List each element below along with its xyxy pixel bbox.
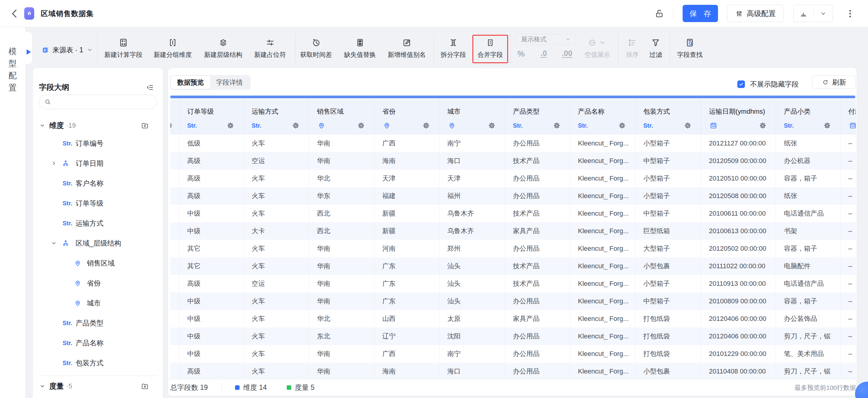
- table-row[interactable]: 中级大卡西北新疆乌鲁木齐家具产品Kleencut_ Forg...巨型纸箱201…: [170, 222, 856, 240]
- column-header[interactable]: 城市: [439, 99, 505, 134]
- toolbar-item-calc[interactable]: 新建计算字段: [104, 38, 143, 59]
- field-item[interactable]: 省份: [33, 276, 163, 290]
- table-row[interactable]: 低级火车华南广西南宁办公用品Kleencut_ Forg...小型箱子20121…: [170, 134, 856, 152]
- expander-icon[interactable]: [51, 160, 57, 166]
- table-row[interactable]: 高级空运华南海南海口技术产品Kleencut_ Forg...中型箱子20120…: [170, 152, 856, 170]
- toolbar-item-missing[interactable]: 缺失值替换: [344, 38, 376, 59]
- more-menu-icon[interactable]: [846, 7, 855, 20]
- table-row[interactable]: 高级火车华北天津天津办公用品Kleencut_ Forg...小型箱子20120…: [170, 170, 856, 187]
- field-item[interactable]: 城市: [33, 296, 163, 310]
- table-cell: 高级: [179, 275, 244, 293]
- gear-icon[interactable]: [226, 122, 235, 129]
- gear-icon[interactable]: [488, 122, 496, 129]
- toolbar-item-layers[interactable]: 新建层级结构: [204, 38, 242, 59]
- column-header[interactable]: 运输方式Str.: [244, 99, 309, 134]
- save-button[interactable]: 保 存: [683, 5, 718, 22]
- column-header[interactable]: 运输日期(ymdhms): [701, 99, 776, 134]
- table-cell: 海口: [439, 363, 505, 379]
- back-icon[interactable]: [9, 8, 20, 19]
- table-cell: 办公用品: [505, 170, 570, 187]
- field-item[interactable]: 订单日期: [33, 157, 163, 170]
- field-item[interactable]: Str.产品名称: [33, 336, 163, 349]
- tab-数据预览[interactable]: 数据预览: [171, 76, 210, 89]
- gear-icon[interactable]: [618, 122, 626, 129]
- expander-icon[interactable]: [51, 240, 57, 246]
- source-table-selector[interactable]: 来源表 · 1: [42, 43, 93, 57]
- column-header[interactable]: 包装方式Str.: [636, 99, 701, 134]
- table-cell: 华南: [309, 345, 374, 363]
- column-header[interactable]: 付款日期: [840, 99, 856, 134]
- column-header[interactable]: 销售区域: [309, 99, 374, 134]
- gear-icon[interactable]: [292, 122, 300, 129]
- assistant-fab[interactable]: [855, 382, 868, 398]
- preview-table: 订单等级Str.运输方式Str.销售区域省份城市产品类型Str.产品名称Str.…: [170, 99, 856, 379]
- table-row[interactable]: 中级火车华南广东汕头办公用品Kleencut_ Forg...中型箱子20100…: [170, 293, 856, 310]
- expand-panel-arrow-icon[interactable]: [27, 49, 31, 55]
- format-percent-button[interactable]: %: [518, 49, 525, 59]
- toolbar-item-sort[interactable]: 排序: [626, 38, 639, 59]
- gear-icon[interactable]: [684, 122, 692, 129]
- table-row[interactable]: 其它火车华南河南郑州办公用品Kleencut_ Forg...大型箱子20120…: [170, 240, 856, 257]
- gear-icon[interactable]: [553, 122, 561, 129]
- tab-字段详情[interactable]: 字段详情: [210, 76, 249, 89]
- gear-icon[interactable]: [170, 122, 173, 129]
- table-row[interactable]: 中级火车华南广西南宁办公用品Kleencut_ Forg...打包纸袋20101…: [170, 345, 856, 363]
- field-item[interactable]: Str.运输方式: [33, 217, 163, 230]
- table-cell: –: [840, 310, 856, 328]
- folder-plus-icon[interactable]: [141, 122, 149, 129]
- section-dimensions[interactable]: 维度·19: [33, 119, 163, 132]
- toolbar-item-filter[interactable]: 过滤: [649, 38, 662, 59]
- section-measures[interactable]: 度量·5: [33, 379, 163, 393]
- gear-icon[interactable]: [759, 122, 767, 129]
- toolbar-item-timediff[interactable]: 获取时间差: [300, 38, 332, 59]
- collapse-panel-icon[interactable]: [146, 83, 154, 92]
- refresh-button[interactable]: 刷新: [812, 75, 856, 89]
- toolbar-item-nullshow[interactable]: 空值展示: [585, 38, 610, 59]
- field-item[interactable]: Str.订单编号: [33, 137, 163, 150]
- field-item[interactable]: Str.订单等级: [33, 196, 163, 210]
- table-cell: 汕头: [439, 293, 505, 310]
- column-header[interactable]: 产品类型Str.: [505, 99, 570, 134]
- column-header[interactable]: 订单等级Str.: [179, 99, 244, 134]
- table-row[interactable]: 其它火车华南广东汕头技术产品Kleencut_ Forg...小型包裹20111…: [170, 257, 856, 275]
- lock-icon[interactable]: [654, 9, 664, 19]
- table-row[interactable]: 高级空运华南广东汕头技术产品Kleencut_ Forg...小型箱子20110…: [170, 275, 856, 293]
- chevron-down-icon[interactable]: [814, 5, 833, 22]
- toolbar-item-holder[interactable]: 新建占位符: [254, 38, 286, 59]
- toolbar-item-alias[interactable]: 新增维值别名: [388, 38, 426, 59]
- field-item[interactable]: Str.客户名称: [33, 177, 163, 190]
- hide-hidden-fields-checkbox[interactable]: [737, 81, 745, 88]
- table-cell: 汕头: [439, 257, 505, 275]
- toolbar-item-split[interactable]: 拆分字段: [441, 38, 466, 59]
- field-item[interactable]: 区域_层级结构: [33, 237, 163, 250]
- gear-icon[interactable]: [422, 122, 430, 129]
- bar-chart-icon[interactable]: [794, 5, 813, 22]
- table-cell: 电话通信产品: [776, 275, 840, 293]
- table-row[interactable]: 高级火车华南海南海口办公用品Kleencut_ Forg...小型包裹20110…: [170, 363, 856, 379]
- table-cell: 20111022 00:00:00: [701, 257, 776, 275]
- toolbar-item-group[interactable]: 新建分组维度: [154, 38, 192, 59]
- field-item[interactable]: Str.包装方式: [33, 356, 163, 370]
- table-row[interactable]: 高级火车华东福建福州办公用品Kleencut_ Forg...小型箱子20120…: [170, 187, 856, 205]
- gear-icon[interactable]: [823, 122, 831, 129]
- column-header[interactable]: 产品小类Str.: [776, 99, 840, 134]
- field-item[interactable]: Str.产品类型: [33, 316, 163, 330]
- table-cell: 20101229 00:00:00: [701, 345, 776, 363]
- table-cell: 中级: [179, 328, 244, 345]
- table-row[interactable]: 中级火车西北新疆乌鲁木齐技术产品Kleencut_ Forg...中型箱子201…: [170, 205, 856, 222]
- advanced-config-button[interactable]: 高级配置: [727, 5, 784, 22]
- table-row[interactable]: 中级火车华北山西太原家具产品Kleencut_ Forg...打包纸袋20120…: [170, 310, 856, 328]
- column-header[interactable]: 省份: [374, 99, 439, 134]
- field-item[interactable]: 销售区域: [33, 256, 163, 270]
- gear-icon[interactable]: [357, 122, 365, 129]
- horizontal-scrollbar[interactable]: [170, 96, 855, 98]
- field-search-input[interactable]: [39, 95, 157, 109]
- format-decimal2-button[interactable]: .00: [562, 49, 572, 58]
- folder-plus-icon[interactable]: [141, 382, 149, 390]
- table-row[interactable]: 中级火车东北辽宁沈阳办公用品Kleencut_ Forg...打包纸袋20120…: [170, 328, 856, 345]
- chart-split-button[interactable]: [793, 5, 833, 22]
- format-decimal1-button[interactable]: .0: [541, 49, 547, 58]
- column-header[interactable]: 产品名称Str.: [570, 99, 636, 134]
- toolbar-item-findfield[interactable]: 字段查找: [677, 38, 703, 59]
- display-format-select[interactable]: 展示格式: [515, 34, 576, 45]
